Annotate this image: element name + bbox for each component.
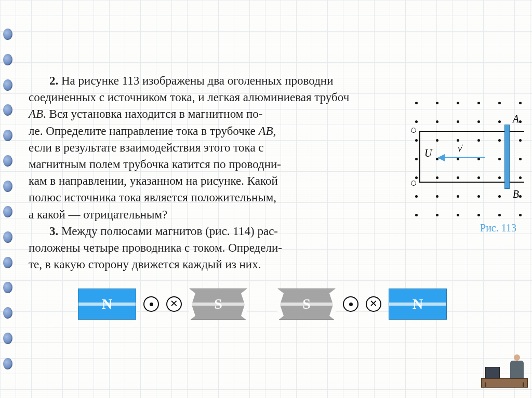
current-in-2 [366, 296, 381, 312]
problem-2-number: 2. [49, 74, 58, 87]
field-dot [519, 102, 522, 104]
field-dot [498, 195, 501, 198]
label-B: B [513, 188, 519, 200]
problem-3-number: 3. [49, 225, 58, 238]
field-dot [415, 214, 418, 216]
label-U: U [424, 147, 432, 159]
problem-2-text-cont: ле. Определите направление тока в трубоч… [29, 123, 418, 223]
field-dot [415, 120, 418, 123]
magnet-N-left: N [78, 289, 136, 320]
field-dot [457, 102, 459, 104]
notebook-spiral [0, 0, 16, 398]
field-dot [498, 214, 501, 216]
corner-illustration [481, 358, 528, 392]
field-dot [457, 120, 459, 123]
current-out-1 [143, 296, 159, 312]
figure-113-caption: Рис. 113 [480, 222, 516, 234]
field-dot [477, 102, 480, 104]
field-dot [477, 120, 480, 123]
figure-114-magnets: N S S N [78, 285, 506, 323]
field-dot [415, 102, 418, 104]
label-A: A [513, 113, 519, 125]
terminal-bottom [411, 181, 416, 186]
field-dot [457, 214, 459, 216]
field-dot [477, 214, 480, 216]
magnet-S-left: S [189, 289, 247, 320]
figure-113: →v A B U [410, 98, 524, 222]
terminal-top [411, 128, 416, 133]
field-dot [436, 214, 438, 216]
field-dot [436, 195, 438, 198]
field-dot [519, 120, 522, 123]
magnet-S-right: S [277, 289, 336, 320]
velocity-arrow [438, 157, 485, 158]
field-dot [498, 120, 501, 123]
field-dot [498, 102, 501, 104]
magnet-N-right: N [389, 289, 447, 320]
field-dot [519, 195, 522, 198]
current-in-1 [166, 296, 182, 312]
field-dot [436, 120, 438, 123]
tube-AB [504, 125, 510, 189]
problem-3-text: 3. Между полюсами магнитов (рис. 114) ра… [29, 223, 418, 273]
field-dot [415, 195, 418, 198]
velocity-label: →v [458, 143, 462, 154]
field-dot [519, 214, 522, 216]
field-dot [477, 195, 480, 198]
field-dot [457, 195, 459, 198]
field-dot [436, 102, 438, 104]
current-out-2 [343, 296, 358, 312]
